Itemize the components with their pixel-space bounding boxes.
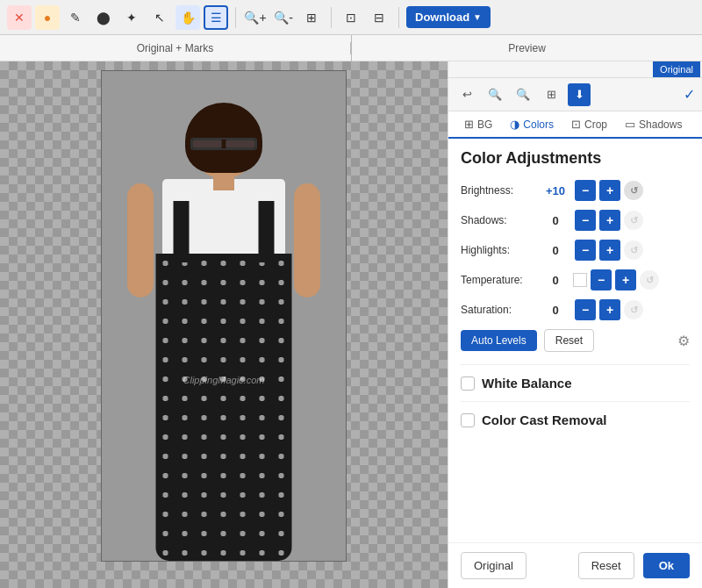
temperature-value: 0 <box>540 274 571 287</box>
reset-levels-button[interactable]: Reset <box>544 329 594 352</box>
footer-original-button[interactable]: Original <box>461 552 526 579</box>
cursor-icon[interactable]: ↖ <box>147 5 172 30</box>
highlights-minus[interactable]: − <box>575 240 596 261</box>
temperature-controls: − + ↺ <box>591 269 659 290</box>
fit-icon[interactable]: ⊞ <box>299 5 324 30</box>
main-area: ClippingMagic.com Original ↩ 🔍 🔍 ⊞ ⬇ ✓ ⊞ <box>0 61 702 588</box>
fit-panel-icon[interactable]: ⊞ <box>540 83 562 106</box>
temperature-plus[interactable]: + <box>615 269 636 290</box>
separator-1 <box>235 7 236 28</box>
tab-shadows[interactable]: ▭ Shadows <box>616 111 691 139</box>
download-arrow: ▼ <box>473 12 482 22</box>
saturation-value: 0 <box>540 304 571 317</box>
download-button[interactable]: Download ▼ <box>406 6 491 28</box>
tabs: ⊞ BG ◑ Colors ⊡ Crop ▭ Shadows <box>448 111 702 139</box>
shadows-minus[interactable]: − <box>575 210 596 231</box>
shadows-tab-icon: ▭ <box>625 118 635 131</box>
canvas-image: ClippingMagic.com <box>101 70 347 562</box>
zoom-in-icon[interactable]: 🔍+ <box>243 5 268 30</box>
footer-buttons: Original Reset Ok <box>448 542 702 588</box>
auto-levels-button[interactable]: Auto Levels <box>461 330 537 351</box>
download-panel-icon[interactable]: ⬇ <box>568 83 591 106</box>
image-container: ClippingMagic.com <box>9 70 439 579</box>
glasses <box>190 138 257 150</box>
saturation-reset[interactable]: ↺ <box>624 300 643 319</box>
new-size-icon[interactable]: ⊟ <box>367 5 391 30</box>
neck <box>213 173 234 190</box>
shadows-reset[interactable]: ↺ <box>624 211 643 230</box>
left-arm <box>127 183 154 298</box>
dress <box>156 254 292 561</box>
saturation-controls: − + ↺ <box>575 299 643 320</box>
paint-icon[interactable]: ⬤ <box>91 5 116 30</box>
brightness-label: Brightness: <box>461 184 540 197</box>
shadows-label: Shadows: <box>461 214 540 226</box>
canvas-area[interactable]: ClippingMagic.com <box>0 61 448 588</box>
panel-toolbar: ↩ 🔍 🔍 ⊞ ⬇ ✓ <box>448 78 702 111</box>
zoom-in-panel-icon[interactable]: 🔍 <box>484 83 506 106</box>
dress-pattern <box>156 254 292 561</box>
crop-tab-icon: ⊡ <box>571 118 581 131</box>
highlights-value: 0 <box>540 244 571 257</box>
zoom-out-panel-icon[interactable]: 🔍 <box>512 83 534 106</box>
highlights-plus[interactable]: + <box>599 240 620 261</box>
eraser-icon[interactable]: ✎ <box>63 5 88 30</box>
saturation-minus[interactable]: − <box>575 299 596 320</box>
footer-ok-button[interactable]: Ok <box>643 553 690 578</box>
white-balance-label: White Balance <box>482 376 572 391</box>
color-cast-removal-checkbox[interactable] <box>461 413 475 427</box>
panel-top: Original <box>448 61 702 78</box>
person-figure <box>136 96 312 561</box>
tab-crop[interactable]: ⊡ Crop <box>562 111 616 139</box>
watermark: ClippingMagic.com <box>183 375 265 385</box>
white-balance-checkbox[interactable] <box>461 376 475 391</box>
brightness-reset[interactable]: ↺ <box>624 181 643 200</box>
temperature-reset[interactable]: ↺ <box>640 270 659 290</box>
saturation-plus[interactable]: + <box>599 299 620 320</box>
white-balance-section: White Balance <box>461 364 690 401</box>
bg-tab-icon: ⊞ <box>464 118 474 131</box>
left-strap <box>174 201 190 262</box>
download-label: Download <box>415 11 469 24</box>
highlights-row: Highlights: 0 − + ↺ <box>461 240 690 261</box>
temperature-minus[interactable]: − <box>591 269 612 290</box>
shadows-plus[interactable]: + <box>599 210 620 231</box>
shadows-row: Shadows: 0 − + ↺ <box>461 210 690 231</box>
brightness-plus[interactable]: + <box>599 180 620 201</box>
temperature-label: Temperature: <box>461 274 540 286</box>
zoom-out-icon[interactable]: 🔍- <box>271 5 296 30</box>
preview-label: Preview <box>352 42 702 54</box>
auto-levels-row: Auto Levels Reset ⚙ <box>461 329 690 352</box>
hand-icon[interactable]: ✋ <box>176 5 200 30</box>
tab-bg[interactable]: ⊞ BG <box>455 111 501 139</box>
color-cast-removal-header[interactable]: Color Cast Removal <box>461 412 690 427</box>
panel-content: Color Adjustments Brightness: +10 − + ↺ … <box>448 139 702 542</box>
label-bar: Original + Marks Preview <box>0 35 702 61</box>
shadows-value: 0 <box>540 214 571 227</box>
settings-gear-icon[interactable]: ⚙ <box>677 333 690 349</box>
confirm-icon[interactable]: ✓ <box>684 86 695 103</box>
footer-reset-button[interactable]: Reset <box>578 552 634 579</box>
saturation-row: Saturation: 0 − + ↺ <box>461 299 690 320</box>
brightness-minus[interactable]: − <box>575 180 596 201</box>
original-badge[interactable]: Original <box>653 61 700 77</box>
tab-colors[interactable]: ◑ Colors <box>501 111 562 139</box>
right-strap <box>259 201 275 262</box>
wand-icon[interactable]: ✦ <box>119 5 144 30</box>
minimize-icon[interactable]: ● <box>35 5 60 30</box>
original-size-icon[interactable]: ⊡ <box>339 5 363 30</box>
marks-icon[interactable]: ☰ <box>204 5 228 30</box>
color-adjustments-title: Color Adjustments <box>461 149 690 168</box>
undo-icon[interactable]: ↩ <box>455 83 478 106</box>
main-toolbar: ✕ ● ✎ ⬤ ✦ ↖ ✋ ☰ 🔍+ 🔍- ⊞ ⊡ ⊟ Download ▼ <box>0 0 702 35</box>
color-cast-removal-label: Color Cast Removal <box>482 412 607 427</box>
brightness-row: Brightness: +10 − + ↺ <box>461 180 690 201</box>
highlights-controls: − + ↺ <box>575 240 643 261</box>
separator-2 <box>331 7 332 28</box>
temperature-swatch[interactable] <box>573 273 587 287</box>
close-icon[interactable]: ✕ <box>7 5 32 30</box>
right-arm <box>294 183 320 298</box>
separator-3 <box>398 7 399 28</box>
white-balance-header[interactable]: White Balance <box>461 376 690 391</box>
highlights-reset[interactable]: ↺ <box>624 240 643 260</box>
